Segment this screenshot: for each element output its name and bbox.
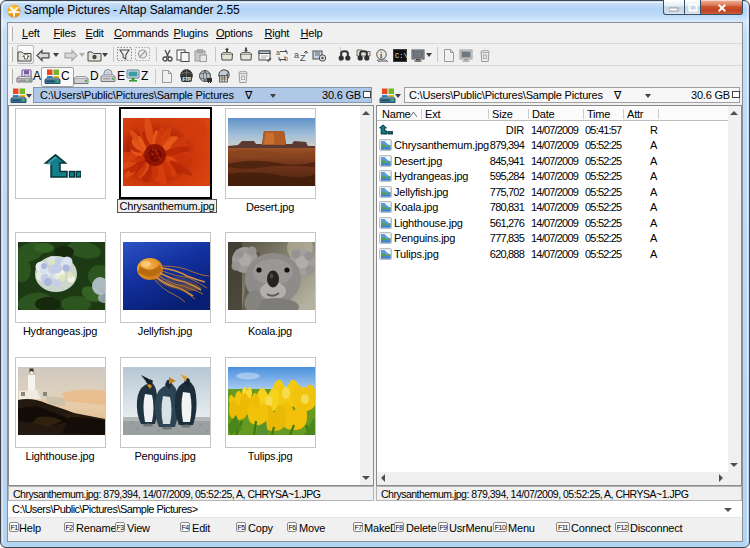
svg-text:C:\: C:\: [395, 52, 407, 60]
svg-text:b: b: [284, 55, 288, 62]
svg-text:FTP: FTP: [183, 77, 192, 82]
svg-text:a: a: [276, 49, 280, 56]
svg-text:a: a: [294, 50, 299, 60]
svg-text:Z: Z: [300, 53, 306, 62]
